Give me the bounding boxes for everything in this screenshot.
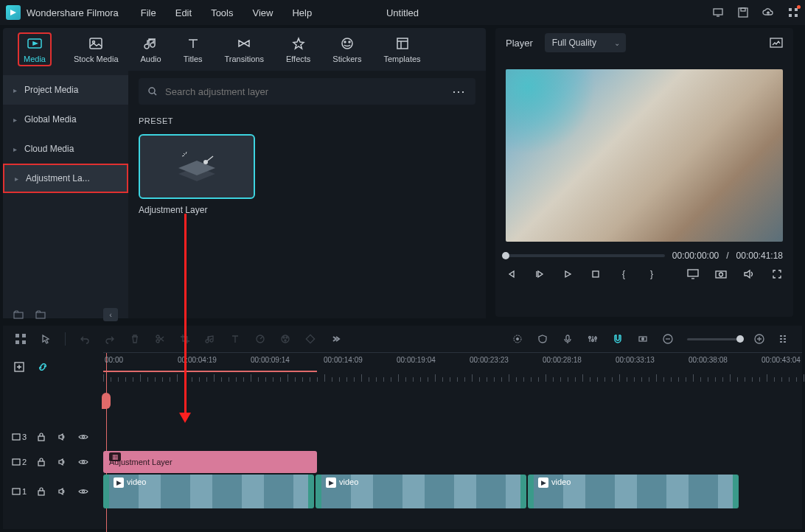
- camera-icon[interactable]: [715, 268, 727, 280]
- tab-stickers[interactable]: Stickers: [332, 35, 361, 63]
- player-panel: Player Full Quality ⌄ 00:00:00:00 / 00:0…: [495, 28, 793, 317]
- timeline-toolbar: [3, 326, 802, 352]
- mute-icon[interactable]: [58, 487, 68, 496]
- mic-icon[interactable]: [562, 333, 574, 345]
- music-icon[interactable]: [204, 333, 216, 345]
- svg-rect-34: [306, 335, 314, 343]
- preset-item[interactable]: Adjustment Layer: [139, 134, 475, 215]
- chevron-right-icon: ▸: [13, 116, 17, 124]
- cloud-upload-icon[interactable]: [762, 7, 774, 18]
- svg-rect-18: [770, 38, 782, 47]
- svg-rect-6: [795, 14, 798, 17]
- view-options-icon[interactable]: [778, 333, 790, 345]
- text-icon[interactable]: [229, 333, 241, 345]
- new-folder-icon[interactable]: [13, 309, 24, 320]
- eye-icon[interactable]: [78, 433, 88, 441]
- apps-icon[interactable]: [787, 7, 799, 18]
- sidebar-item-cloud-media[interactable]: ▸ Cloud Media: [3, 134, 128, 164]
- monitor-icon[interactable]: [712, 7, 724, 18]
- menu-edit[interactable]: Edit: [175, 7, 192, 18]
- save-icon[interactable]: [737, 7, 749, 18]
- keyframe-tool-icon[interactable]: [304, 333, 316, 345]
- video-clip-2[interactable]: ▶video: [316, 475, 526, 508]
- play-icon[interactable]: [562, 268, 574, 280]
- collapse-sidebar-icon[interactable]: ‹: [103, 308, 118, 321]
- preset-heading: PRESET: [139, 116, 475, 125]
- redo-icon[interactable]: [104, 333, 116, 345]
- folder-icon[interactable]: [35, 309, 46, 320]
- zoom-out-icon[interactable]: [662, 333, 674, 345]
- media-icon: [27, 35, 43, 52]
- delete-icon[interactable]: [129, 333, 141, 345]
- menu-tools[interactable]: Tools: [211, 7, 233, 18]
- svg-rect-0: [714, 9, 722, 15]
- speed-icon[interactable]: [254, 333, 266, 345]
- link-icon[interactable]: [37, 361, 49, 373]
- ruler-label: 00:00:33:13: [616, 356, 655, 364]
- fullscreen-icon[interactable]: [771, 268, 783, 280]
- menu-help[interactable]: Help: [292, 7, 312, 18]
- shield-icon[interactable]: [537, 333, 548, 345]
- titles-icon: [185, 35, 201, 52]
- video-preview[interactable]: [506, 69, 783, 242]
- keyframe-icon[interactable]: [637, 333, 649, 345]
- menu-file[interactable]: File: [141, 7, 156, 18]
- video-clip-1[interactable]: ▶video: [103, 475, 314, 508]
- mute-icon[interactable]: [58, 433, 68, 441]
- adjustment-clip-icon: ▦: [109, 452, 121, 461]
- mute-icon[interactable]: [58, 458, 68, 466]
- display-icon[interactable]: [687, 268, 699, 280]
- zoom-slider[interactable]: [687, 338, 740, 340]
- lock-icon[interactable]: [37, 487, 47, 496]
- lock-icon[interactable]: [37, 458, 47, 466]
- templates-icon: [394, 35, 411, 52]
- tab-media[interactable]: Media: [18, 32, 52, 66]
- tab-audio[interactable]: Audio: [141, 35, 161, 63]
- track-1: 1 ▶video ▶video ▶video: [3, 475, 802, 508]
- marker-icon[interactable]: [512, 333, 523, 345]
- snapshot-icon[interactable]: [770, 38, 783, 48]
- menu-bar: Wondershare Filmora File Edit Tools View…: [0, 0, 805, 25]
- grid-icon[interactable]: [15, 333, 27, 345]
- search-input[interactable]: [165, 86, 445, 97]
- color-icon[interactable]: [279, 333, 291, 345]
- zoom-handle[interactable]: [736, 335, 744, 343]
- sidebar-item-adjustment-layer[interactable]: ▸ Adjustment La...: [3, 164, 128, 193]
- video-clip-3[interactable]: ▶video: [528, 475, 739, 508]
- mixer-icon[interactable]: [587, 333, 599, 345]
- tab-stock-media[interactable]: Stock Media: [74, 35, 119, 63]
- magnet-icon[interactable]: [612, 333, 624, 345]
- document-title: Untitled: [386, 7, 419, 18]
- zoom-in-icon[interactable]: [753, 333, 765, 345]
- menu-view[interactable]: View: [252, 7, 273, 18]
- sidebar-item-global-media[interactable]: ▸ Global Media: [3, 105, 128, 134]
- overflow-icon[interactable]: [330, 333, 341, 345]
- tab-titles[interactable]: Titles: [184, 35, 203, 63]
- svg-rect-23: [15, 334, 19, 337]
- sidebar-item-project-media[interactable]: ▸ Project Media: [3, 75, 128, 105]
- player-seekbar[interactable]: 00:00:00:00 / 00:00:41:18: [506, 251, 783, 261]
- tab-transitions[interactable]: Transitions: [225, 35, 264, 63]
- tab-transitions-label: Transitions: [225, 55, 264, 63]
- split-icon[interactable]: [154, 333, 166, 345]
- seek-thumb[interactable]: [502, 252, 509, 259]
- lock-icon[interactable]: [37, 433, 47, 441]
- step-back-icon[interactable]: [534, 268, 546, 280]
- undo-icon[interactable]: [79, 333, 91, 345]
- timeline-ruler[interactable]: 00:0000:00:04:1900:00:09:1400:00:14:0900…: [103, 352, 802, 382]
- pointer-icon[interactable]: [40, 333, 52, 345]
- mark-out-icon[interactable]: }: [646, 268, 658, 280]
- preset-thumbnail[interactable]: [139, 134, 255, 199]
- tab-templates[interactable]: Templates: [383, 35, 420, 63]
- tab-effects[interactable]: Effects: [286, 35, 310, 63]
- more-icon[interactable]: ⋯: [452, 83, 467, 99]
- volume-icon[interactable]: [743, 268, 755, 280]
- mark-in-icon[interactable]: {: [618, 268, 630, 280]
- eye-icon[interactable]: [78, 488, 88, 495]
- stop-icon[interactable]: [590, 268, 602, 280]
- prev-frame-icon[interactable]: [506, 268, 518, 280]
- eye-icon[interactable]: [78, 458, 88, 466]
- add-track-icon[interactable]: [13, 361, 25, 373]
- quality-select[interactable]: Full Quality ⌄: [545, 33, 626, 52]
- adjustment-layer-clip[interactable]: ▦ Adjustment Layer: [103, 451, 317, 473]
